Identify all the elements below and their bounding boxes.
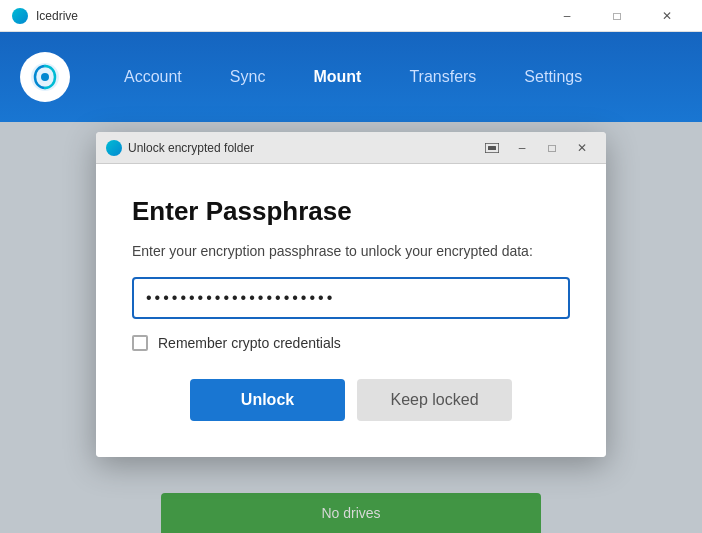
size-icon xyxy=(480,139,504,157)
modal-maximize-button[interactable]: □ xyxy=(538,137,566,159)
app-title: Icedrive xyxy=(36,9,78,23)
maximize-button[interactable]: □ xyxy=(594,0,640,32)
modal-content: Enter Passphrase Enter your encryption p… xyxy=(96,164,606,457)
nav-mount[interactable]: Mount xyxy=(289,60,385,94)
passphrase-input[interactable] xyxy=(132,277,570,319)
modal-icon xyxy=(106,140,122,156)
modal-heading: Enter Passphrase xyxy=(132,196,570,227)
modal-window: Unlock encrypted folder – □ ✕ Enter Pass… xyxy=(96,132,606,457)
modal-minimize-button[interactable]: – xyxy=(508,137,536,159)
keep-locked-button[interactable]: Keep locked xyxy=(357,379,512,421)
app-titlebar-icon xyxy=(12,8,28,24)
nav-account[interactable]: Account xyxy=(100,60,206,94)
app-titlebar-left: Icedrive xyxy=(12,8,78,24)
icedrive-logo-icon xyxy=(28,60,62,94)
remember-credentials-checkbox[interactable] xyxy=(132,335,148,351)
remember-credentials-row: Remember crypto credentials xyxy=(132,335,570,351)
unlock-button[interactable]: Unlock xyxy=(190,379,345,421)
nav-settings[interactable]: Settings xyxy=(500,60,606,94)
modal-size-icon-button[interactable] xyxy=(478,137,506,159)
modal-button-row: Unlock Keep locked xyxy=(132,379,570,421)
main-nav: Account Sync Mount Transfers Settings xyxy=(100,60,682,94)
modal-close-button[interactable]: ✕ xyxy=(568,137,596,159)
titlebar-controls: – □ ✕ xyxy=(544,0,690,32)
app-body: No drives Unlock encrypted folder – □ xyxy=(0,122,702,533)
close-button[interactable]: ✕ xyxy=(644,0,690,32)
minimize-button[interactable]: – xyxy=(544,0,590,32)
app-logo xyxy=(20,52,70,102)
modal-description: Enter your encryption passphrase to unlo… xyxy=(132,243,570,259)
modal-titlebar: Unlock encrypted folder – □ ✕ xyxy=(96,132,606,164)
app-titlebar: Icedrive – □ ✕ xyxy=(0,0,702,32)
nav-sync[interactable]: Sync xyxy=(206,60,290,94)
modal-controls: – □ ✕ xyxy=(478,137,596,159)
svg-point-1 xyxy=(41,73,49,81)
modal-title: Unlock encrypted folder xyxy=(128,141,254,155)
remember-credentials-label[interactable]: Remember crypto credentials xyxy=(158,335,341,351)
modal-titlebar-left: Unlock encrypted folder xyxy=(106,140,254,156)
modal-overlay: Unlock encrypted folder – □ ✕ Enter Pass… xyxy=(0,122,702,533)
nav-transfers[interactable]: Transfers xyxy=(385,60,500,94)
app-header: Account Sync Mount Transfers Settings xyxy=(0,32,702,122)
svg-rect-3 xyxy=(488,146,496,150)
